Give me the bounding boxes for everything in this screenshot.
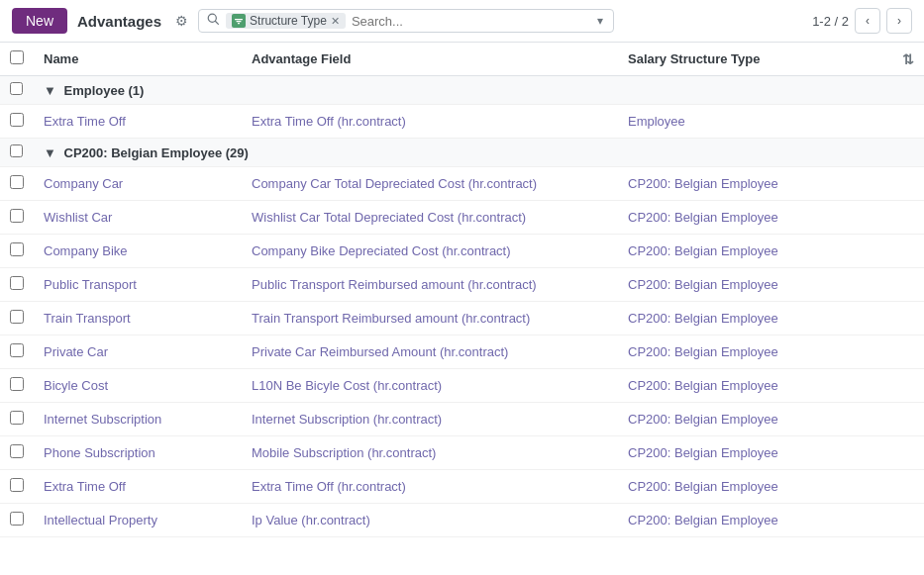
table-header-row: Name Advantage Field Salary Structure Ty… — [0, 43, 924, 76]
row-name-link[interactable]: Wishlist Car — [44, 210, 112, 225]
row-name: Phone Subscription — [34, 436, 242, 470]
row-checkbox[interactable] — [10, 411, 24, 425]
row-salary-structure-type: CP200: Belgian Employee — [618, 302, 924, 335]
row-salary-structure-type: CP200: Belgian Employee — [618, 235, 924, 268]
row-name: Company Bike — [34, 235, 242, 268]
row-name: Public Transport — [34, 268, 242, 302]
table-row: Extra Time Off Extra Time Off (hr.contra… — [0, 470, 924, 504]
svg-rect-4 — [238, 23, 240, 24]
gear-icon[interactable]: ⚙ — [175, 13, 188, 29]
row-name: Company Car — [34, 167, 242, 201]
row-checkbox-cell — [0, 436, 34, 470]
svg-line-1 — [216, 22, 219, 25]
row-name: Private Car — [34, 335, 242, 369]
row-checkbox[interactable] — [10, 377, 24, 391]
search-input[interactable] — [352, 14, 589, 29]
column-adjust-icon[interactable]: ⇅ — [902, 51, 914, 67]
row-checkbox-cell — [0, 504, 34, 537]
row-checkbox[interactable] — [10, 478, 24, 492]
row-name-link[interactable]: Phone Subscription — [44, 445, 155, 460]
row-name-link[interactable]: Extra Time Off — [44, 479, 126, 494]
svg-rect-3 — [237, 21, 242, 22]
row-checkbox[interactable] — [10, 512, 24, 526]
row-name: Intellectual Property — [34, 504, 242, 537]
row-salary-structure-type: CP200: Belgian Employee — [618, 167, 924, 201]
row-checkbox-cell — [0, 235, 34, 268]
row-name: Internet Subscription — [34, 403, 242, 436]
row-checkbox-cell — [0, 201, 34, 235]
next-page-button[interactable]: › — [886, 8, 912, 34]
row-checkbox[interactable] — [10, 175, 24, 189]
filter-tag-icon — [232, 14, 246, 28]
row-name-link[interactable]: Extra Time Off — [44, 114, 126, 129]
table-row: Internet Subscription Internet Subscript… — [0, 403, 924, 436]
row-checkbox[interactable] — [10, 444, 24, 458]
row-name-link[interactable]: Public Transport — [44, 277, 137, 292]
row-advantage-field: Mobile Subscription (hr.contract) — [242, 436, 618, 470]
header-salary-structure-type: Salary Structure Type ⇅ — [618, 43, 924, 76]
select-all-checkbox[interactable] — [10, 50, 24, 64]
row-name-link[interactable]: Train Transport — [44, 311, 131, 326]
row-advantage-field: Train Transport Reimbursed amount (hr.co… — [242, 302, 618, 335]
row-name: Extra Time Off — [34, 105, 242, 139]
search-dropdown-button[interactable]: ▾ — [595, 14, 605, 28]
search-bar: Structure Type ✕ ▾ — [198, 9, 614, 33]
new-button[interactable]: New — [12, 8, 67, 34]
row-salary-structure-type: CP200: Belgian Employee — [618, 504, 924, 537]
row-name-link[interactable]: Private Car — [44, 344, 108, 359]
page-title: Advantages — [77, 13, 161, 30]
prev-page-button[interactable]: ‹ — [855, 8, 880, 34]
group-checkbox[interactable] — [10, 82, 23, 95]
row-salary-structure-type: Employee — [618, 105, 924, 139]
header-checkbox-cell — [0, 43, 34, 76]
row-name-link[interactable]: Intellectual Property — [44, 513, 157, 527]
search-icon — [207, 13, 220, 29]
row-checkbox-cell — [0, 167, 34, 201]
row-advantage-field: Extra Time Off (hr.contract) — [242, 470, 618, 504]
row-advantage-field: Ip Value (hr.contract) — [242, 504, 618, 537]
row-checkbox[interactable] — [10, 343, 24, 357]
table-row: Company Car Company Car Total Depreciate… — [0, 167, 924, 201]
table-row: Intellectual Property Ip Value (hr.contr… — [0, 504, 924, 537]
row-name: Train Transport — [34, 302, 242, 335]
table-row: Private Car Private Car Reimbursed Amoun… — [0, 335, 924, 369]
row-checkbox[interactable] — [10, 310, 24, 324]
row-advantage-field: Private Car Reimbursed Amount (hr.contra… — [242, 335, 618, 369]
row-name-link[interactable]: Company Car — [44, 176, 123, 191]
row-checkbox[interactable] — [10, 276, 24, 290]
pagination: 1-2 / 2 ‹ › — [812, 8, 912, 34]
advantages-table: Name Advantage Field Salary Structure Ty… — [0, 43, 924, 537]
group-toggle-icon[interactable]: ▼ — [44, 83, 56, 98]
group-checkbox-cell — [0, 76, 34, 105]
row-salary-structure-type: CP200: Belgian Employee — [618, 201, 924, 235]
table-row: Bicyle Cost L10N Be Bicyle Cost (hr.cont… — [0, 369, 924, 403]
table-body: ▼ Employee (1) Extra Time Off Extra Time… — [0, 76, 924, 537]
row-name: Extra Time Off — [34, 470, 242, 504]
svg-rect-2 — [235, 19, 243, 20]
row-salary-structure-type: CP200: Belgian Employee — [618, 403, 924, 436]
row-salary-structure-type: CP200: Belgian Employee — [618, 436, 924, 470]
row-checkbox[interactable] — [10, 242, 24, 256]
table-row: Wishlist Car Wishlist Car Total Deprecia… — [0, 201, 924, 235]
row-salary-structure-type: CP200: Belgian Employee — [618, 369, 924, 403]
row-name: Bicyle Cost — [34, 369, 242, 403]
row-name-link[interactable]: Bicyle Cost — [44, 378, 108, 393]
group-checkbox-cell — [0, 139, 34, 167]
filter-tag-label: Structure Type — [250, 14, 327, 28]
row-checkbox[interactable] — [10, 209, 24, 223]
row-advantage-field: Extra Time Off (hr.contract) — [242, 105, 618, 139]
row-advantage-field: Company Bike Depreciated Cost (hr.contra… — [242, 235, 618, 268]
row-checkbox-cell — [0, 369, 34, 403]
filter-tag-remove[interactable]: ✕ — [331, 15, 340, 28]
group-checkbox[interactable] — [10, 144, 23, 157]
row-checkbox-cell — [0, 335, 34, 369]
table-row: Extra Time Off Extra Time Off (hr.contra… — [0, 105, 924, 139]
row-checkbox[interactable] — [10, 113, 24, 127]
row-name-link[interactable]: Internet Subscription — [44, 412, 161, 427]
group-toggle-icon[interactable]: ▼ — [44, 145, 56, 160]
table-row: Phone Subscription Mobile Subscription (… — [0, 436, 924, 470]
row-name-link[interactable]: Company Bike — [44, 243, 128, 258]
row-checkbox-cell — [0, 105, 34, 139]
group-label: ▼ CP200: Belgian Employee (29) — [34, 139, 924, 167]
row-salary-structure-type: CP200: Belgian Employee — [618, 470, 924, 504]
